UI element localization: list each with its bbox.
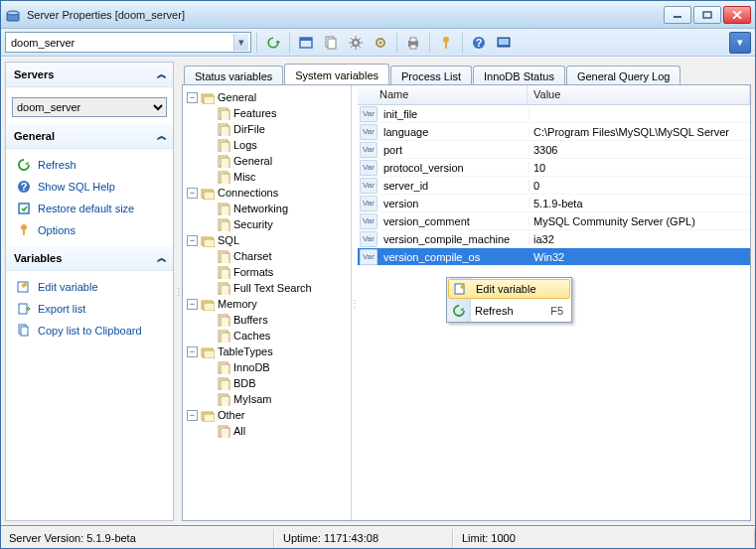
- monitor-button[interactable]: [493, 32, 515, 54]
- ctx-refresh[interactable]: Refresh F5: [447, 300, 571, 322]
- collapse-icon[interactable]: −: [187, 346, 198, 357]
- table-row[interactable]: Varversion_compile_osWin32: [358, 248, 750, 266]
- servers-select[interactable]: doom_server: [12, 97, 167, 117]
- tree-item[interactable]: Full Text Search: [185, 280, 349, 296]
- page-icon: [217, 265, 230, 279]
- svg-rect-34: [221, 126, 229, 136]
- tab-process[interactable]: Process List: [390, 66, 472, 85]
- table-row[interactable]: Varinit_file: [358, 105, 750, 123]
- svg-rect-42: [204, 192, 215, 200]
- section-general[interactable]: General︽: [6, 124, 173, 149]
- tab-querylog[interactable]: General Query Log: [566, 66, 681, 85]
- table-row[interactable]: Varprotocol_version10: [358, 159, 750, 177]
- side-copy[interactable]: Copy list to Clipboard: [6, 320, 173, 342]
- statusbar: Server Version: 5.1.9-beta Uptime: 1171:…: [1, 526, 755, 548]
- gear-button[interactable]: [370, 32, 391, 54]
- tab-innodb[interactable]: InnoDB Status: [473, 66, 565, 85]
- table-row[interactable]: Varserver_id0: [358, 177, 750, 195]
- svg-rect-32: [221, 110, 229, 120]
- collapse-icon[interactable]: −: [187, 299, 198, 310]
- tab-status[interactable]: Status variables: [184, 66, 283, 85]
- collapse-icon[interactable]: −: [187, 410, 198, 421]
- cell-value: 3306: [529, 144, 750, 156]
- tree-item[interactable]: BDB: [185, 375, 349, 391]
- var-icon: Var: [360, 142, 378, 158]
- cell-value: C:\Program Files\MySQL\MySQL Server: [529, 126, 750, 138]
- cell-name: version_comment: [379, 215, 529, 227]
- tree-item[interactable]: Features: [185, 105, 349, 121]
- tree-group[interactable]: −SQL: [185, 232, 349, 248]
- settings-button[interactable]: [345, 32, 367, 54]
- window-button[interactable]: [295, 32, 317, 54]
- tree-item[interactable]: Buffers: [185, 312, 349, 328]
- var-icon: Var: [360, 249, 378, 265]
- table-row[interactable]: Varversion5.1.9-beta: [358, 195, 750, 212]
- tree-item[interactable]: Formats: [185, 264, 349, 280]
- tree-item[interactable]: Misc: [185, 169, 349, 185]
- tree-item[interactable]: General: [185, 153, 349, 169]
- tree-item[interactable]: All: [185, 423, 349, 439]
- side-options[interactable]: Options: [6, 219, 173, 241]
- side-help[interactable]: ?Show SQL Help: [6, 176, 173, 198]
- status-limit: Limit: 1000: [453, 529, 755, 547]
- collapse-icon[interactable]: −: [187, 92, 198, 103]
- tree-item[interactable]: MyIsam: [185, 391, 349, 407]
- table-row[interactable]: Varversion_compile_machineia32: [358, 230, 750, 248]
- tab-system[interactable]: System variables: [284, 64, 389, 84]
- tree-item[interactable]: Security: [185, 216, 349, 232]
- tree-item[interactable]: InnoDB: [185, 359, 349, 375]
- restore-icon: [16, 201, 32, 216]
- svg-rect-62: [204, 350, 215, 358]
- side-edit-variable[interactable]: Edit variable: [6, 276, 173, 298]
- collapse-icon[interactable]: −: [187, 235, 198, 246]
- category-tree[interactable]: −GeneralFeaturesDirFileLogsGeneralMisc−C…: [183, 85, 352, 520]
- side-refresh[interactable]: Refresh: [6, 154, 173, 176]
- refresh-button[interactable]: [262, 32, 284, 54]
- folder-icon: [201, 233, 215, 247]
- tree-item[interactable]: Networking: [185, 201, 349, 216]
- print-button[interactable]: [402, 32, 424, 54]
- copy-button[interactable]: [320, 32, 342, 54]
- svg-rect-46: [221, 221, 229, 231]
- tree-group[interactable]: −Connections: [185, 185, 349, 201]
- refresh-icon: [16, 157, 32, 173]
- help-button[interactable]: ?: [468, 32, 490, 54]
- side-export[interactable]: Export list: [6, 298, 173, 320]
- collapse-icon: ︽: [157, 251, 165, 265]
- table-row[interactable]: Varversion_commentMySQL Community Server…: [358, 212, 750, 230]
- col-name[interactable]: Name: [374, 85, 528, 104]
- titlebar[interactable]: Server Properties [doom_server]: [1, 1, 755, 29]
- tree-group[interactable]: −TableTypes: [185, 343, 349, 359]
- collapse-icon[interactable]: −: [187, 188, 198, 199]
- section-variables[interactable]: Variables︽: [6, 246, 173, 271]
- minimize-button[interactable]: [664, 6, 691, 24]
- cell-name: init_file: [379, 108, 529, 120]
- page-icon: [217, 154, 230, 168]
- tree-item[interactable]: DirFile: [185, 121, 349, 137]
- tree-group[interactable]: −Memory: [185, 296, 349, 312]
- side-restore[interactable]: Restore default size: [6, 198, 173, 219]
- tool-button[interactable]: [435, 32, 457, 54]
- tree-item[interactable]: Logs: [185, 137, 349, 153]
- table-row[interactable]: Varport3306: [358, 141, 750, 159]
- toolbar-chevron[interactable]: ▾: [729, 32, 751, 54]
- col-value[interactable]: Value: [528, 85, 750, 104]
- svg-rect-40: [221, 174, 229, 184]
- svg-rect-52: [221, 269, 229, 279]
- page-icon: [217, 281, 230, 295]
- maximize-button[interactable]: [693, 6, 721, 24]
- tree-group[interactable]: −General: [185, 89, 349, 105]
- folder-icon: [201, 408, 215, 422]
- tree-item[interactable]: Charset: [185, 248, 349, 264]
- close-button[interactable]: [723, 6, 751, 24]
- tree-group[interactable]: −Other: [185, 407, 349, 423]
- section-servers[interactable]: Servers︽: [6, 63, 173, 87]
- table-row[interactable]: VarlanguageC:\Program Files\MySQL\MySQL …: [358, 123, 750, 141]
- server-combo[interactable]: ▾: [5, 32, 251, 53]
- chevron-down-icon[interactable]: ▾: [233, 34, 248, 51]
- svg-rect-7: [328, 39, 336, 49]
- page-icon: [217, 313, 230, 327]
- tree-item[interactable]: Caches: [185, 328, 349, 343]
- server-combo-input[interactable]: [11, 37, 233, 49]
- ctx-edit-variable[interactable]: Edit variable: [448, 279, 570, 299]
